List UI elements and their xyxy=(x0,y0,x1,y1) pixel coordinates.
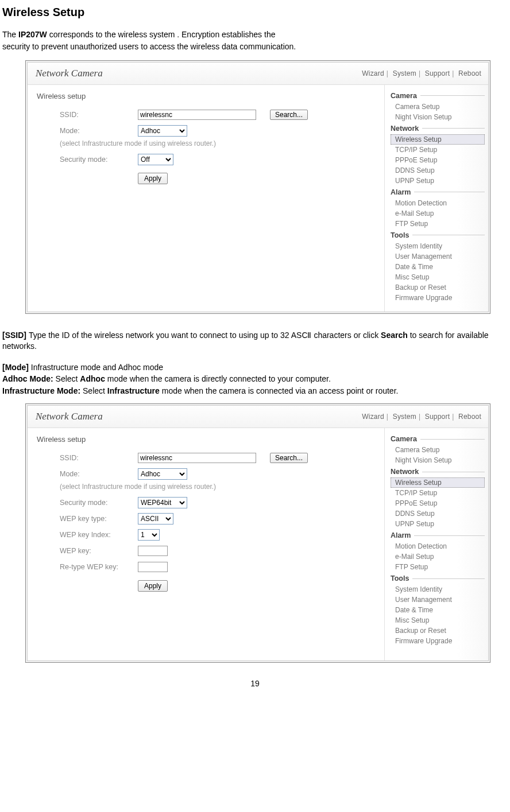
sidebar-item[interactable]: Firmware Upgrade xyxy=(391,636,485,646)
sidebar: Camera Camera Setup Night Vision Setup N… xyxy=(384,428,488,661)
desc-mode: [Mode] Infrastructure mode and Adhoc mod… xyxy=(2,362,508,373)
panel-title: Wireless setup xyxy=(37,92,378,100)
sidebar-item[interactable]: e-Mail Setup xyxy=(391,551,485,562)
wep-index-select[interactable]: 1 xyxy=(138,529,160,541)
page-title: Wireless Setup xyxy=(2,6,508,19)
sidebar-item[interactable]: User Management xyxy=(391,595,485,605)
label-mode: Mode: xyxy=(60,470,138,478)
label-ssid: SSID: xyxy=(60,111,138,119)
sidebar-item-active[interactable]: Wireless Setup xyxy=(391,477,485,488)
top-links: Wizard| System| Support| Reboot xyxy=(362,69,488,77)
sidebar-item[interactable]: e-Mail Setup xyxy=(391,208,485,219)
sidebar-item[interactable]: PPPoE Setup xyxy=(391,155,485,165)
top-links: Wizard| System| Support| Reboot xyxy=(362,413,488,421)
ssid-input[interactable] xyxy=(138,110,256,120)
sidebar-item[interactable]: PPPoE Setup xyxy=(391,498,485,508)
label-wep-rekey: Re-type WEP key: xyxy=(60,563,138,571)
screenshot-2: Network Camera Wizard| System| Support| … xyxy=(25,403,490,663)
product-title: Network Camera xyxy=(28,68,362,79)
sidebar-item[interactable]: Camera Setup xyxy=(391,102,485,112)
ssid-input[interactable] xyxy=(138,453,256,463)
mode-select[interactable]: Adhoc xyxy=(138,468,187,480)
intro-line2: security to prevent unauthorized users t… xyxy=(2,41,508,52)
label-security: Security mode: xyxy=(60,499,138,507)
link-system[interactable]: System xyxy=(393,413,416,421)
label-mode: Mode: xyxy=(60,127,138,135)
search-button[interactable]: Search... xyxy=(270,110,308,120)
sidebar-item[interactable]: TCP/IP Setup xyxy=(391,145,485,155)
sidebar-item[interactable]: DDNS Setup xyxy=(391,508,485,519)
sidebar-item[interactable]: Date & Time xyxy=(391,605,485,615)
sidebar-item[interactable]: Night Vision Setup xyxy=(391,112,485,122)
apply-button[interactable]: Apply xyxy=(138,580,168,592)
sidebar-item[interactable]: System Identity xyxy=(391,241,485,251)
mode-hint: (select Infrastructure mode if using wir… xyxy=(60,139,378,147)
sidebar-item[interactable]: Misc Setup xyxy=(391,272,485,282)
link-system[interactable]: System xyxy=(393,69,416,77)
label-ssid: SSID: xyxy=(60,454,138,462)
label-security: Security mode: xyxy=(60,156,138,164)
sidebar-item[interactable]: Backup or Reset xyxy=(391,282,485,293)
search-button[interactable]: Search... xyxy=(270,453,308,463)
sidebar-item[interactable]: Night Vision Setup xyxy=(391,455,485,465)
mode-select[interactable]: Adhoc xyxy=(138,125,187,137)
product-title: Network Camera xyxy=(28,411,362,422)
sidebar-item[interactable]: Motion Detection xyxy=(391,541,485,551)
link-wizard[interactable]: Wizard xyxy=(362,413,384,421)
link-wizard[interactable]: Wizard xyxy=(362,69,384,77)
intro-line1: The IP207W corresponds to the wireless s… xyxy=(2,29,508,40)
apply-button[interactable]: Apply xyxy=(138,173,168,184)
sidebar-item[interactable]: User Management xyxy=(391,251,485,262)
label-wep-index: WEP key Index: xyxy=(60,531,138,539)
wep-rekey-input[interactable] xyxy=(138,562,168,572)
mode-hint: (select Infrastructure mode if using wir… xyxy=(60,483,378,491)
screenshot-1: Network Camera Wizard| System| Support| … xyxy=(25,60,490,314)
desc-adhoc: Adhoc Mode: Select Adhoc mode when the c… xyxy=(2,374,508,384)
link-support[interactable]: Support xyxy=(425,413,450,421)
sidebar-item[interactable]: Firmware Upgrade xyxy=(391,293,485,303)
security-select[interactable]: WEP64bit xyxy=(138,497,187,508)
panel-title: Wireless setup xyxy=(37,435,378,444)
sidebar-item-active[interactable]: Wireless Setup xyxy=(391,134,485,145)
link-reboot[interactable]: Reboot xyxy=(458,69,481,77)
desc-ssid: [SSID] Type the ID of the wireless netwo… xyxy=(2,330,508,352)
wep-type-select[interactable]: ASCII xyxy=(138,513,173,525)
page-number: 19 xyxy=(2,679,508,688)
sidebar-item[interactable]: Misc Setup xyxy=(391,615,485,625)
sidebar-item[interactable]: Backup or Reset xyxy=(391,625,485,636)
sidebar-item[interactable]: FTP Setup xyxy=(391,562,485,572)
sidebar-item[interactable]: UPNP Setup xyxy=(391,176,485,186)
sidebar-item[interactable]: FTP Setup xyxy=(391,219,485,229)
sidebar-item[interactable]: System Identity xyxy=(391,584,485,595)
label-wep-key: WEP key: xyxy=(60,547,138,555)
sidebar-item[interactable]: Motion Detection xyxy=(391,198,485,208)
wep-key-input[interactable] xyxy=(138,546,168,556)
sidebar-item[interactable]: Date & Time xyxy=(391,262,485,272)
sidebar: Camera Camera Setup Night Vision Setup N… xyxy=(384,85,488,312)
sidebar-item[interactable]: Camera Setup xyxy=(391,445,485,455)
sidebar-item[interactable]: TCP/IP Setup xyxy=(391,488,485,498)
link-reboot[interactable]: Reboot xyxy=(458,413,481,421)
link-support[interactable]: Support xyxy=(425,69,450,77)
label-wep-type: WEP key type: xyxy=(60,515,138,523)
security-select[interactable]: Off xyxy=(138,154,173,165)
sidebar-item[interactable]: UPNP Setup xyxy=(391,519,485,529)
desc-infra: Infrastructure Mode: Select Infrastructu… xyxy=(2,386,508,397)
sidebar-item[interactable]: DDNS Setup xyxy=(391,165,485,176)
